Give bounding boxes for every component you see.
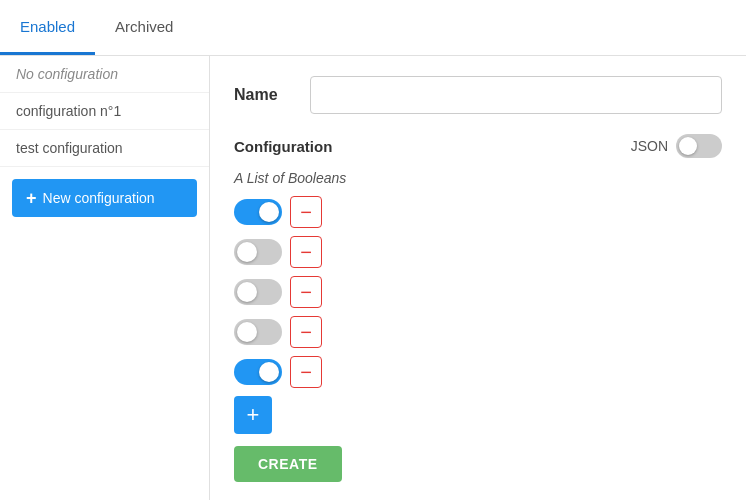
tab-enabled[interactable]: Enabled: [0, 0, 95, 55]
remove-button-2[interactable]: −: [290, 236, 322, 268]
sidebar: No configuration configuration n°1 test …: [0, 56, 210, 500]
json-label: JSON: [631, 138, 668, 154]
sidebar-item-no-config[interactable]: No configuration: [0, 56, 209, 93]
boolean-list-label: A List of Booleans: [234, 170, 722, 186]
boolean-toggle-3[interactable]: [234, 279, 282, 305]
name-section: Name: [234, 76, 722, 114]
main-content: No configuration configuration n°1 test …: [0, 56, 746, 500]
plus-icon: +: [26, 189, 37, 207]
json-toggle[interactable]: [676, 134, 722, 158]
boolean-toggle-2[interactable]: [234, 239, 282, 265]
boolean-row-2: −: [234, 236, 722, 268]
new-configuration-button[interactable]: + New configuration: [12, 179, 197, 217]
sidebar-item-test-config[interactable]: test configuration: [0, 130, 209, 167]
tabs: Enabled Archived: [0, 0, 193, 55]
add-icon: +: [247, 402, 260, 428]
add-boolean-button[interactable]: +: [234, 396, 272, 434]
create-button[interactable]: CREATE: [234, 446, 342, 482]
boolean-toggle-4[interactable]: [234, 319, 282, 345]
name-label: Name: [234, 86, 294, 104]
remove-button-4[interactable]: −: [290, 316, 322, 348]
sidebar-item-config1[interactable]: configuration n°1: [0, 93, 209, 130]
remove-button-1[interactable]: −: [290, 196, 322, 228]
boolean-row-1: −: [234, 196, 722, 228]
tab-archived[interactable]: Archived: [95, 0, 193, 55]
boolean-row-3: −: [234, 276, 722, 308]
config-label: Configuration: [234, 138, 332, 155]
boolean-row-4: −: [234, 316, 722, 348]
boolean-toggle-5[interactable]: [234, 359, 282, 385]
boolean-list: − − −: [234, 196, 722, 388]
json-toggle-area: JSON: [631, 134, 722, 158]
boolean-row-5: −: [234, 356, 722, 388]
right-panel: Name Configuration JSON A List of Boolea…: [210, 56, 746, 500]
config-section-header: Configuration JSON: [234, 134, 722, 158]
top-bar: Enabled Archived: [0, 0, 746, 56]
remove-button-5[interactable]: −: [290, 356, 322, 388]
boolean-toggle-1[interactable]: [234, 199, 282, 225]
name-input[interactable]: [310, 76, 722, 114]
remove-button-3[interactable]: −: [290, 276, 322, 308]
